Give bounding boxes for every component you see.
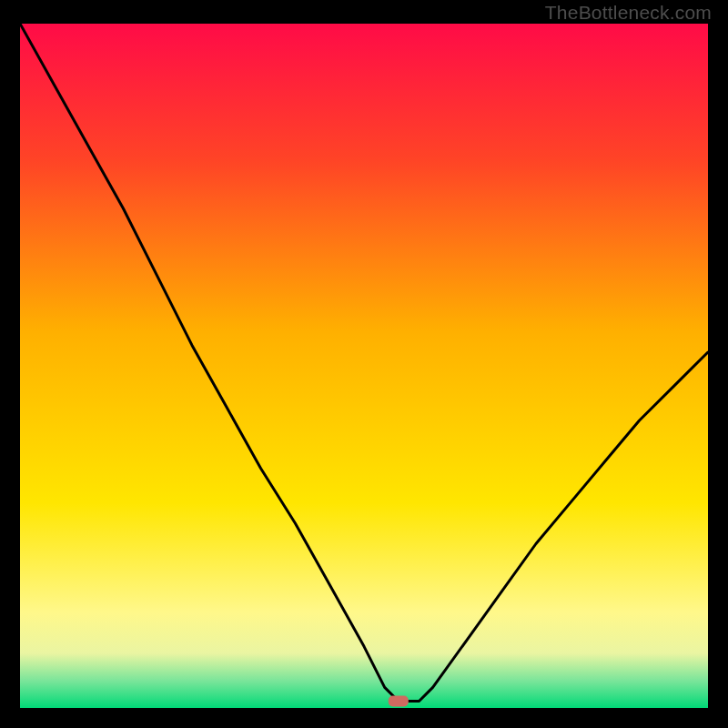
plot-area: [20, 24, 708, 708]
chart-frame: TheBottleneck.com: [0, 0, 728, 728]
chart-background: [20, 24, 708, 708]
chart-svg: [20, 24, 708, 708]
optimal-point-marker: [389, 696, 409, 707]
watermark-text: TheBottleneck.com: [545, 2, 712, 24]
